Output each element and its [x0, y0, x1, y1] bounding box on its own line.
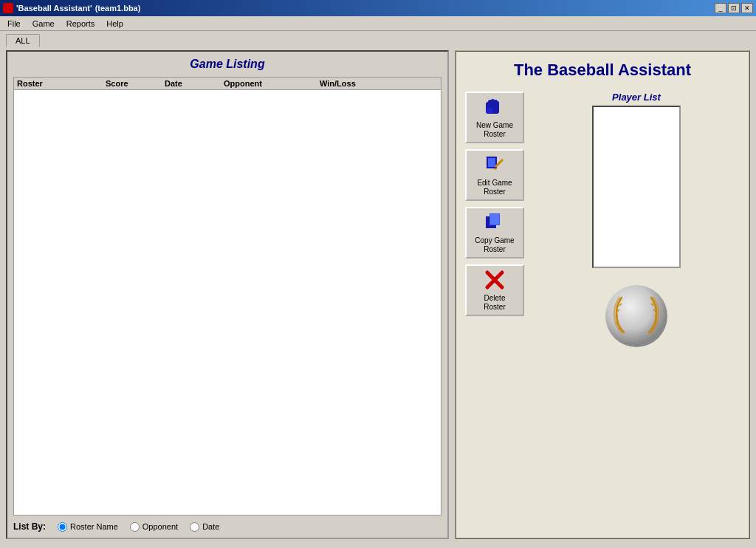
- col-roster: Roster: [17, 79, 106, 88]
- delete-roster-label: DeleteRoster: [484, 294, 505, 312]
- right-content: New GameRoster Edit GameRoster: [465, 92, 740, 351]
- glove-icon: [484, 96, 506, 118]
- radio-opponent-input[interactable]: [130, 522, 140, 532]
- table-header: Roster Score Date Opponent Win/Loss: [14, 78, 441, 90]
- baseball-container: [603, 268, 670, 351]
- menu-reports[interactable]: Reports: [61, 18, 101, 30]
- new-game-roster-button[interactable]: New GameRoster: [465, 92, 524, 143]
- app-title: The Baseball Assistant: [514, 61, 691, 80]
- col-date: Date: [165, 79, 224, 88]
- edit-game-roster-button[interactable]: Edit GameRoster: [465, 149, 524, 201]
- radio-roster-name-label: Roster Name: [70, 522, 118, 531]
- app-icon: [3, 3, 13, 13]
- table-body[interactable]: [14, 90, 441, 511]
- radio-date-label: Date: [202, 522, 219, 531]
- svg-point-5: [486, 108, 493, 114]
- menu-game[interactable]: Game: [27, 18, 61, 30]
- player-list-label: Player List: [612, 92, 661, 103]
- radio-date[interactable]: Date: [190, 522, 219, 532]
- tab-strip: ALL: [0, 31, 756, 47]
- svg-rect-12: [490, 214, 499, 225]
- close-button[interactable]: ✕: [741, 3, 753, 13]
- tab-all[interactable]: ALL: [6, 34, 40, 47]
- delete-icon: [484, 269, 506, 291]
- new-game-roster-label: New GameRoster: [476, 121, 513, 139]
- radio-opponent-label: Opponent: [142, 522, 178, 531]
- edit-icon: [484, 154, 506, 176]
- radio-roster-name[interactable]: Roster Name: [58, 522, 118, 532]
- file-name: (team1.bba): [95, 4, 141, 13]
- delete-roster-button[interactable]: DeleteRoster: [465, 264, 524, 316]
- radio-roster-name-input[interactable]: [58, 522, 67, 532]
- restore-button[interactable]: ⊡: [728, 3, 740, 13]
- radio-opponent[interactable]: Opponent: [130, 522, 178, 532]
- copy-game-roster-button[interactable]: Copy GameRoster: [465, 207, 524, 258]
- main-content: Game Listing Roster Score Date Opponent …: [0, 47, 756, 545]
- title-bar: 'Baseball Assistant' (team1.bba) _ ⊡ ✕: [0, 0, 756, 16]
- left-panel: Game Listing Roster Score Date Opponent …: [6, 50, 449, 539]
- title-bar-left: 'Baseball Assistant' (team1.bba): [3, 3, 140, 13]
- list-by-label: List By:: [13, 521, 46, 532]
- col-opponent: Opponent: [224, 79, 320, 88]
- copy-game-roster-label: Copy GameRoster: [475, 236, 514, 254]
- col-winloss: Win/Loss: [320, 79, 379, 88]
- buttons-column: New GameRoster Edit GameRoster: [465, 92, 524, 351]
- title-controls: _ ⊡ ✕: [715, 3, 753, 13]
- radio-date-input[interactable]: [190, 522, 199, 532]
- svg-rect-4: [496, 101, 499, 106]
- edit-game-roster-label: Edit GameRoster: [477, 179, 512, 196]
- list-by-row: List By: Roster Name Opponent Date: [13, 521, 441, 532]
- svg-rect-7: [488, 158, 495, 167]
- menu-bar: File Game Reports Help: [0, 16, 756, 31]
- baseball-icon: [603, 283, 670, 349]
- menu-help[interactable]: Help: [100, 18, 129, 30]
- menu-file[interactable]: File: [1, 18, 27, 30]
- copy-icon: [484, 211, 506, 233]
- game-listing-title: Game Listing: [13, 58, 441, 71]
- player-list-box[interactable]: [592, 106, 681, 268]
- right-panel: The Baseball Assistant: [455, 50, 750, 539]
- game-table: Roster Score Date Opponent Win/Loss: [13, 77, 441, 516]
- col-score: Score: [106, 79, 165, 88]
- player-list-section: Player List: [533, 92, 740, 351]
- app-name: 'Baseball Assistant': [16, 4, 92, 13]
- minimize-button[interactable]: _: [715, 3, 726, 13]
